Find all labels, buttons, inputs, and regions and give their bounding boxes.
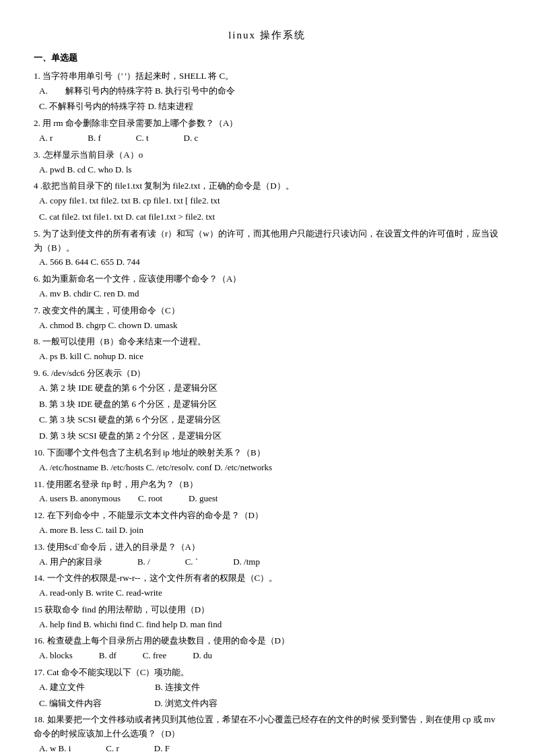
option-line: A. chmod B. chgrp C. chown D. umask — [34, 319, 500, 333]
question-text: 16. 检查硬盘上每个目录所占用的硬盘块数目，使用的命令是（D） — [34, 634, 500, 648]
question-text: 2. 用 rm 命令删除非空目录需要加上哪个参数？（A） — [34, 117, 500, 131]
option-line: A. 用户的家目录 B. / C. ` D. /tmp — [34, 555, 500, 569]
option-line: C. cat file2. txt file1. txt D. cat file… — [34, 210, 500, 224]
option-line: A. copy file1. txt file2. txt B. cp file… — [34, 194, 500, 208]
option-line: A. blocks B. df C. free D. du — [34, 649, 500, 663]
question-text: 7. 改变文件的属主，可使用命令（C） — [34, 304, 500, 318]
page-title: linux 操作系统 — [34, 27, 500, 43]
option-line: C. 第 3 块 SCSI 硬盘的第 6 个分区，是逻辑分区 — [34, 413, 500, 427]
question-block: 3. .怎样显示当前目录（A）oA. pwd B. cd C. who D. l… — [34, 148, 500, 177]
question-text: 3. .怎样显示当前目录（A）o — [34, 148, 500, 162]
question-block: 17. Cat 命令不能实现以下（C）项功能。A. 建立文件 B. 连接文件C.… — [34, 666, 500, 710]
section-header: 一、单选题 — [34, 51, 500, 65]
question-block: 4 .欲把当前目录下的 file1.txt 复制为 file2.txt，正确的命… — [34, 179, 500, 224]
option-line: A. pwd B. cd C. who D. ls — [34, 163, 500, 177]
option-line: A. more B. less C. tail D. join — [34, 524, 500, 538]
question-block: 1. 当字符串用单引号（' '）括起来时，SHELL 将 C。A. 解释引号内的… — [34, 69, 500, 114]
question-block: 2. 用 rm 命令删除非空目录需要加上哪个参数？（A）A. r B. f C.… — [34, 117, 500, 146]
question-block: 10. 下面哪个文件包含了主机名到 ip 地址的映射关系？（B）A. /etc/… — [34, 446, 500, 475]
question-block: 14. 一个文件的权限是-rw-r--，这个文件所有者的权限是（C）。A. re… — [34, 571, 500, 600]
option-line: A. users B. anonymous C. root D. guest — [34, 492, 500, 506]
option-line: A. mv B. chdir C. ren D. md — [34, 287, 500, 301]
option-line: A. 解释引号内的特殊字符 B. 执行引号中的命令 — [34, 84, 500, 98]
question-text: 14. 一个文件的权限是-rw-r--，这个文件所有者的权限是（C）。 — [34, 571, 500, 586]
question-block: 6. 如为重新命名一个文件，应该使用哪个命令？（A）A. mv B. chdir… — [34, 272, 500, 301]
option-line: A. ps B. kill C. nohup D. nice — [34, 350, 500, 364]
question-text: 4 .欲把当前目录下的 file1.txt 复制为 file2.txt，正确的命… — [34, 179, 500, 193]
question-text: 18. 如果要把一个文件移动或者拷贝到其他位置，希望在不小心覆盖已经存在的文件的… — [34, 713, 500, 741]
question-block: 11. 使用匿名登录 ftp 时，用户名为？（B）A. users B. ano… — [34, 478, 500, 507]
question-text: 12. 在下列命令中，不能显示文本文件内容的命令是？（D） — [34, 509, 500, 523]
question-block: 8. 一般可以使用（B）命令来结束一个进程。A. ps B. kill C. n… — [34, 335, 500, 364]
question-block: 13. 使用$cd`命令后，进入的目录是？（A）A. 用户的家目录 B. / C… — [34, 540, 500, 569]
option-line: A. 第 2 块 IDE 硬盘的第 6 个分区，是逻辑分区 — [34, 381, 500, 396]
question-block: 7. 改变文件的属主，可使用命令（C）A. chmod B. chgrp C. … — [34, 304, 500, 333]
question-block: 5. 为了达到使文件的所有者有读（r）和写（w）的许可，而其他用户只能进行只读访… — [34, 227, 500, 270]
question-block: 18. 如果要把一个文件移动或者拷贝到其他位置，希望在不小心覆盖已经存在的文件的… — [34, 713, 500, 755]
option-line: A. w B. i C. r D. F — [34, 742, 500, 756]
question-text: 6. 如为重新命名一个文件，应该使用哪个命令？（A） — [34, 272, 500, 286]
question-block: 12. 在下列命令中，不能显示文本文件内容的命令是？（D）A. more B. … — [34, 509, 500, 538]
option-line: D. 第 3 块 SCSI 硬盘的第 2 个分区，是逻辑分区 — [34, 429, 500, 443]
option-line: A. help find B. whichi find C. find help… — [34, 618, 500, 632]
question-block: 9. 6. /dev/sdc6 分区表示（D）A. 第 2 块 IDE 硬盘的第… — [34, 367, 500, 443]
question-text: 15 获取命令 find 的用法帮助，可以使用（D） — [34, 603, 500, 617]
option-line: B. 第 3 块 IDE 硬盘的第 6 个分区，是逻辑分区 — [34, 398, 500, 412]
question-block: 15 获取命令 find 的用法帮助，可以使用（D）A. help find B… — [34, 603, 500, 632]
question-text: 9. 6. /dev/sdc6 分区表示（D） — [34, 367, 500, 381]
option-line: A. read-only B. write C. read-write — [34, 586, 500, 600]
option-line: A. 566 B. 644 C. 655 D. 744 — [34, 255, 500, 270]
question-text: 11. 使用匿名登录 ftp 时，用户名为？（B） — [34, 478, 500, 492]
option-line: A. /etc/hostname B. /etc/hosts C. /etc/r… — [34, 461, 500, 475]
question-block: 16. 检查硬盘上每个目录所占用的硬盘块数目，使用的命令是（D）A. block… — [34, 634, 500, 663]
option-line: C. 不解释引号内的特殊字符 D. 结束进程 — [34, 100, 500, 114]
question-text: 5. 为了达到使文件的所有者有读（r）和写（w）的许可，而其他用户只能进行只读访… — [34, 227, 500, 255]
option-line: C. 编辑文件内容 D. 浏览文件内容 — [34, 697, 500, 711]
question-text: 10. 下面哪个文件包含了主机名到 ip 地址的映射关系？（B） — [34, 446, 500, 460]
option-line: A. r B. f C. t D. c — [34, 131, 500, 146]
question-text: 8. 一般可以使用（B）命令来结束一个进程。 — [34, 335, 500, 349]
question-text: 13. 使用$cd`命令后，进入的目录是？（A） — [34, 540, 500, 555]
questions-container: 1. 当字符串用单引号（' '）括起来时，SHELL 将 C。A. 解释引号内的… — [34, 69, 500, 756]
question-text: 17. Cat 命令不能实现以下（C）项功能。 — [34, 666, 500, 680]
option-line: A. 建立文件 B. 连接文件 — [34, 681, 500, 695]
question-text: 1. 当字符串用单引号（' '）括起来时，SHELL 将 C。 — [34, 69, 500, 84]
